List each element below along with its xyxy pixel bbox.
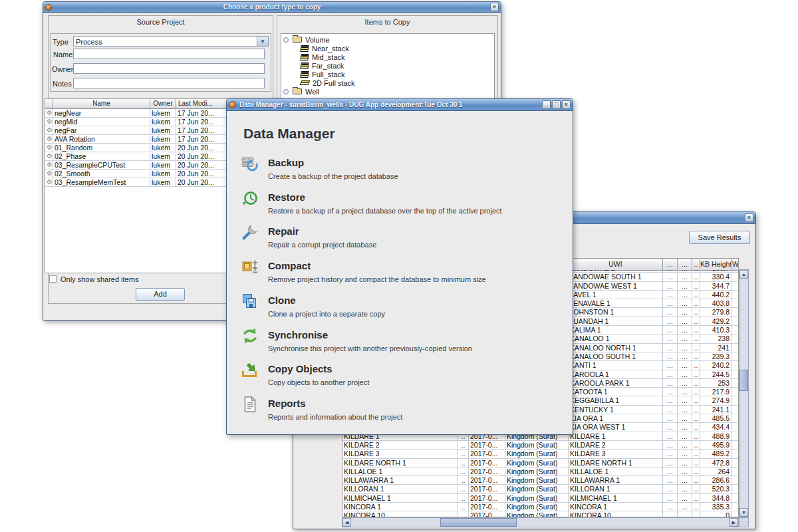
horizontal-scrollbar[interactable]: ◀ ▶: [342, 517, 739, 527]
only-shared-checkbox[interactable]: [49, 275, 57, 283]
cell-uwi: KILDARE 2: [569, 441, 663, 450]
column-header-d1[interactable]: ...: [663, 259, 678, 270]
cell-d2: ...: [678, 344, 692, 352]
tree-item[interactable]: Volume: [281, 35, 494, 44]
save-results-button[interactable]: Save Results: [689, 231, 750, 244]
cell-d2: ...: [678, 406, 692, 414]
tree-expander-icon[interactable]: [283, 89, 289, 94]
cell-d2: ...: [678, 396, 692, 405]
chevron-down-icon[interactable]: ▼: [257, 37, 268, 46]
cell-well-name: KILLALOE 1: [342, 467, 458, 476]
table-row[interactable]: KILDARE 2 .. 2017-0... Kingdom (Surat) K…: [342, 441, 738, 450]
cell-uwi: JENAVALE 1: [569, 299, 663, 308]
cell-w: [732, 406, 738, 414]
cell-kb-height: 440.2: [700, 291, 732, 299]
scroll-up-icon[interactable]: ▲: [739, 270, 748, 279]
tree-item[interactable]: 2D Full stack: [281, 78, 494, 87]
gear-icon: ⚙: [45, 144, 53, 152]
action-item[interactable]: Copy Objects Copy objects to another pro…: [227, 361, 573, 394]
column-header-d3[interactable]: ..: [692, 259, 700, 270]
tree-expander-icon[interactable]: [283, 37, 289, 43]
tree-item[interactable]: Near_stack: [281, 44, 494, 53]
table-row[interactable]: KINCORA 10 2017-0 Kingdom (Surat) KINCOR…: [342, 511, 738, 517]
only-shared-label: Only show shared items: [61, 275, 138, 283]
action-item[interactable]: Repair Repair a corrupt project database: [227, 223, 573, 257]
cell-w: [732, 352, 738, 361]
type-combobox-value: Process: [76, 37, 102, 47]
vertical-scrollbar-thumb[interactable]: [739, 370, 748, 391]
column-header-kb-height[interactable]: KB Height: [700, 259, 732, 270]
table-row[interactable]: KILLORAN 1 .. 2017-0... Kingdom (Surat) …: [342, 485, 738, 493]
tree-item[interactable]: Full_stack: [281, 70, 494, 78]
cell-d1: ...: [663, 450, 678, 458]
owner-field[interactable]: [73, 63, 265, 74]
tree-item[interactable]: Mid_stack: [281, 53, 494, 61]
table-row[interactable]: KILLALOE 1 .. 2017-0... Kingdom (Surat) …: [342, 467, 738, 476]
minimize-button[interactable]: _: [542, 100, 551, 109]
cell-well-name: KINCORA 1: [342, 503, 458, 511]
scroll-left-icon[interactable]: ◀: [342, 518, 351, 527]
cell-uwi: JOHNSTON 1: [569, 308, 663, 317]
action-item[interactable]: Clone Clone a project into a separate co…: [227, 293, 573, 326]
column-header-owner[interactable]: Owner: [150, 99, 176, 108]
cell-d2: ...: [678, 273, 692, 281]
cell-owner: lukem: [150, 109, 176, 118]
cell-w: [732, 414, 738, 423]
action-item[interactable]: Backup Create a backup of the project da…: [227, 155, 573, 188]
action-title: Backup: [268, 157, 304, 168]
cell-well-name: KILDARE NORTH 1: [342, 459, 458, 467]
table-row[interactable]: KILDARE NORTH 1 .. 2017-0... Kingdom (Su…: [342, 459, 738, 467]
scroll-right-icon[interactable]: ▶: [730, 518, 738, 527]
column-header-icon[interactable]: [45, 99, 53, 108]
cell-d3: ..: [692, 361, 700, 370]
vertical-scrollbar[interactable]: ▲ ▼: [739, 269, 749, 517]
cell-d2: ...: [678, 379, 692, 388]
app-icon: [229, 101, 236, 108]
cell-d1: ...: [663, 423, 678, 432]
column-header-w[interactable]: W: [732, 259, 739, 270]
close-button[interactable]: ×: [745, 213, 753, 222]
tree-item[interactable]: Far_stack: [281, 61, 494, 70]
close-button[interactable]: ×: [562, 100, 571, 109]
cell-d3: ..: [692, 379, 700, 388]
cell-d2: ...: [678, 334, 692, 343]
cell-project: Kingdom (Surat): [505, 511, 569, 517]
cell-d2: ...: [678, 388, 692, 396]
table-row[interactable]: KILMICHAEL 1 .. 2017-0... Kingdom (Surat…: [342, 494, 738, 503]
column-header-d2[interactable]: ...: [678, 259, 692, 270]
table-row[interactable]: KILLAWARRA 1 .. 2017-0... Kingdom (Surat…: [342, 476, 738, 485]
column-header-name[interactable]: Name: [53, 99, 150, 108]
type-combobox[interactable]: Process ▼: [73, 36, 269, 47]
data-manager-titlebar[interactable]: Data Manager - suratBasin_wells - DUG Ap…: [227, 99, 573, 111]
name-field[interactable]: [73, 49, 265, 59]
gear-icon: ⚙: [45, 109, 53, 118]
cell-uwi: JANDOWAE WEST 1: [569, 282, 663, 291]
horizontal-scrollbar-thumb[interactable]: [440, 518, 517, 527]
cell-project: Kingdom (Surat): [505, 476, 569, 485]
copy-window-titlebar[interactable]: Choose a product type to copy ×: [43, 2, 501, 13]
cell-kb-height: 403.8: [700, 299, 732, 308]
column-header-uwi[interactable]: UWI: [569, 259, 663, 270]
add-button[interactable]: Add: [136, 288, 185, 301]
cell-d2: ...: [678, 503, 692, 511]
notes-field[interactable]: [73, 78, 265, 88]
action-item[interactable]: Reports Reports and information about th…: [227, 396, 573, 429]
cell-w: [732, 441, 738, 450]
cell-w: [732, 396, 738, 405]
tree-item[interactable]: Well: [281, 87, 494, 96]
cell-w: [732, 361, 738, 370]
action-title: Copy Objects: [268, 363, 332, 374]
table-row[interactable]: KILDARE 3 .. 2017-0... Kingdom (Surat) K…: [342, 450, 738, 458]
cell-kb-height: 241: [700, 344, 732, 352]
cell-dots: [458, 511, 469, 517]
scroll-down-icon[interactable]: ▼: [739, 508, 748, 517]
action-item[interactable]: Restore Restore a backup of a project da…: [227, 190, 573, 223]
close-button[interactable]: ×: [490, 3, 499, 11]
table-row[interactable]: KINCORA 1 .. 2017-0... Kingdom (Surat) K…: [342, 503, 738, 511]
cell-kb-height: 344.8: [700, 494, 732, 503]
cell-w: [732, 370, 738, 379]
maximize-button[interactable]: □: [552, 100, 561, 109]
cell-d3: ..: [692, 352, 700, 361]
action-item[interactable]: Synchronise Synchronise this project wit…: [227, 327, 573, 360]
action-item[interactable]: Compact Remove project history and compa…: [227, 258, 573, 291]
